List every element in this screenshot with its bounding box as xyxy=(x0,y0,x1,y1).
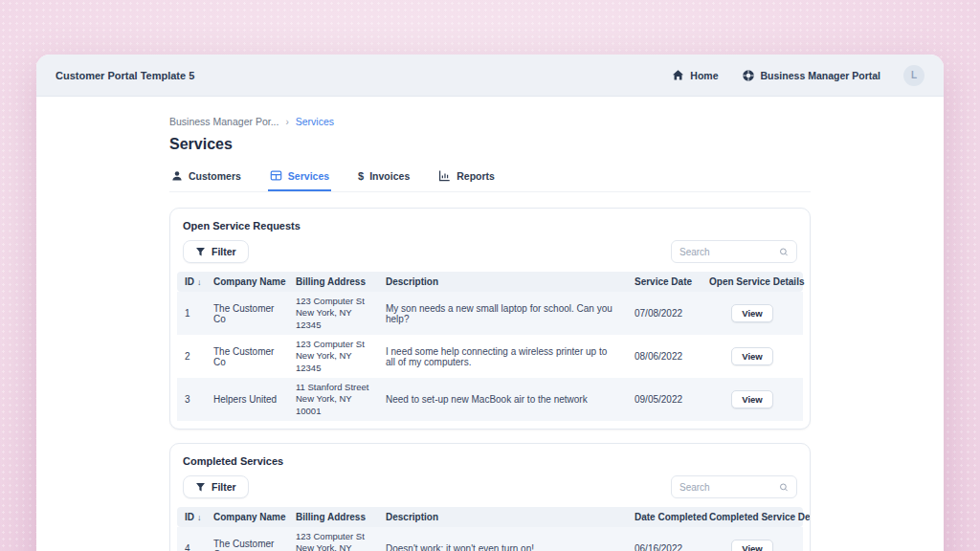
completed-search-box xyxy=(671,475,797,498)
cell-action: View xyxy=(702,378,803,421)
cell-action: View xyxy=(702,527,803,551)
open-col-date[interactable]: Service Date xyxy=(627,272,702,292)
open-col-company[interactable]: Company Name xyxy=(206,272,288,292)
open-col-description[interactable]: Description xyxy=(378,272,627,292)
breadcrumb: Business Manager Por... › Services xyxy=(169,116,811,127)
cell-description: Doesn't work; it won't even turn on! xyxy=(378,527,627,551)
completed-services-table: ID↓ Company Name Billing Address Descrip… xyxy=(177,507,803,551)
open-card-title: Open Service Requests xyxy=(170,209,810,231)
cell-date: 08/06/2022 xyxy=(627,335,702,378)
view-button[interactable]: View xyxy=(731,347,772,365)
table-row: 2 The Customer Co 123 Computer StNew Yor… xyxy=(177,335,803,378)
completed-table-header-row: ID↓ Company Name Billing Address Descrip… xyxy=(177,507,803,527)
cell-company: The Customer Co xyxy=(206,335,288,378)
cell-address: 11 Stanford StreetNew York, NY 10001 xyxy=(288,378,378,421)
completed-card-title: Completed Services xyxy=(170,444,810,467)
home-link[interactable]: Home xyxy=(672,69,718,81)
tab-customers-label: Customers xyxy=(189,170,241,182)
tab-invoices-label: Invoices xyxy=(369,170,410,182)
cell-address: 123 Computer StNew York, NY 12345 xyxy=(288,527,378,551)
tab-services-label: Services xyxy=(288,170,329,182)
completed-col-description[interactable]: Description xyxy=(378,507,627,527)
search-icon xyxy=(779,482,789,493)
view-button[interactable]: View xyxy=(731,390,772,408)
person-icon xyxy=(171,170,183,182)
cell-id: 1 xyxy=(177,292,206,335)
dollar-icon: $ xyxy=(358,170,364,182)
completed-filter-button[interactable]: Filter xyxy=(183,475,249,498)
filter-icon xyxy=(195,247,206,257)
open-services-table: ID↓ Company Name Billing Address Descrip… xyxy=(177,272,803,421)
table-row: 1 The Customer Co 123 Computer StNew Yor… xyxy=(177,292,803,335)
open-service-requests-card: Open Service Requests Filter xyxy=(169,208,811,430)
breadcrumb-separator-icon: › xyxy=(285,117,288,127)
open-col-address[interactable]: Billing Address xyxy=(288,272,378,292)
user-avatar[interactable]: L xyxy=(903,65,924,86)
app-window: Customer Portal Template 5 Home Business… xyxy=(36,55,944,551)
top-navbar: Customer Portal Template 5 Home Business… xyxy=(36,55,944,97)
cell-date: 09/05/2022 xyxy=(627,378,702,421)
completed-col-details[interactable]: Completed Service Details xyxy=(702,507,803,527)
cell-date: 07/08/2022 xyxy=(627,292,702,335)
page-title: Services xyxy=(169,136,811,153)
open-col-id[interactable]: ID↓ xyxy=(177,272,206,292)
table-row: 4 The Customer Co 123 Computer StNew Yor… xyxy=(177,527,803,551)
sort-desc-icon: ↓ xyxy=(197,277,202,287)
breadcrumb-parent[interactable]: Business Manager Por... xyxy=(169,116,278,127)
completed-services-card: Completed Services Filter xyxy=(169,443,811,551)
cell-date: 06/16/2022 xyxy=(627,527,702,551)
cell-description: I need some help connecting a wireless p… xyxy=(378,335,627,378)
cell-description: My son needs a new small laptop for scho… xyxy=(378,292,627,335)
page-content: Business Manager Por... › Services Servi… xyxy=(36,97,944,551)
open-card-toolbar: Filter xyxy=(170,231,810,272)
completed-col-id[interactable]: ID↓ xyxy=(177,507,206,527)
topnav-right: Home Business Manager Portal L xyxy=(672,65,924,86)
cell-address: 123 Computer StNew York, NY 12345 xyxy=(288,335,378,378)
view-button[interactable]: View xyxy=(731,304,772,322)
search-icon xyxy=(779,247,789,257)
cell-company: The Customer Co xyxy=(206,292,288,335)
sort-desc-icon: ↓ xyxy=(197,513,202,522)
open-col-details[interactable]: Open Service Details xyxy=(702,272,803,292)
completed-col-company[interactable]: Company Name xyxy=(206,507,288,527)
cell-id: 2 xyxy=(177,335,206,378)
table-icon xyxy=(270,169,282,182)
cell-action: View xyxy=(702,335,803,378)
open-search-box xyxy=(671,240,797,263)
tab-bar: Customers Services $ Invoices xyxy=(169,167,811,192)
tab-invoices[interactable]: $ Invoices xyxy=(356,167,412,191)
app-title: Customer Portal Template 5 xyxy=(56,70,194,81)
portal-link-label: Business Manager Portal xyxy=(761,70,880,81)
open-table-header-row: ID↓ Company Name Billing Address Descrip… xyxy=(177,272,803,292)
cell-address: 123 Computer StNew York, NY 12345 xyxy=(288,292,378,335)
tab-services[interactable]: Services xyxy=(268,167,331,191)
completed-col-address[interactable]: Billing Address xyxy=(288,507,378,527)
home-link-label: Home xyxy=(690,70,718,81)
tab-reports-label: Reports xyxy=(457,170,495,182)
cell-description: Need to set-up new MacBook air to the ne… xyxy=(378,378,627,421)
cell-action: View xyxy=(702,292,803,335)
completed-card-toolbar: Filter xyxy=(170,467,810,507)
completed-filter-label: Filter xyxy=(212,481,236,493)
tab-customers[interactable]: Customers xyxy=(169,167,243,191)
table-row: 3 Helpers United 11 Stanford StreetNew Y… xyxy=(177,378,803,421)
tab-reports[interactable]: Reports xyxy=(436,167,497,191)
open-filter-label: Filter xyxy=(212,246,236,257)
completed-search-input[interactable] xyxy=(679,482,779,493)
breadcrumb-current[interactable]: Services xyxy=(296,116,334,127)
cell-company: Helpers United xyxy=(206,378,288,421)
open-search-input[interactable] xyxy=(679,247,779,257)
portal-icon xyxy=(742,69,755,82)
home-icon xyxy=(672,69,684,81)
cell-id: 4 xyxy=(177,527,206,551)
completed-col-date[interactable]: Date Completed xyxy=(627,507,702,527)
cell-id: 3 xyxy=(177,378,206,421)
open-filter-button[interactable]: Filter xyxy=(183,240,249,263)
view-button[interactable]: View xyxy=(731,540,772,551)
filter-icon xyxy=(195,482,206,493)
chart-icon xyxy=(438,169,451,182)
cell-company: The Customer Co xyxy=(206,527,288,551)
business-manager-portal-link[interactable]: Business Manager Portal xyxy=(742,69,880,82)
